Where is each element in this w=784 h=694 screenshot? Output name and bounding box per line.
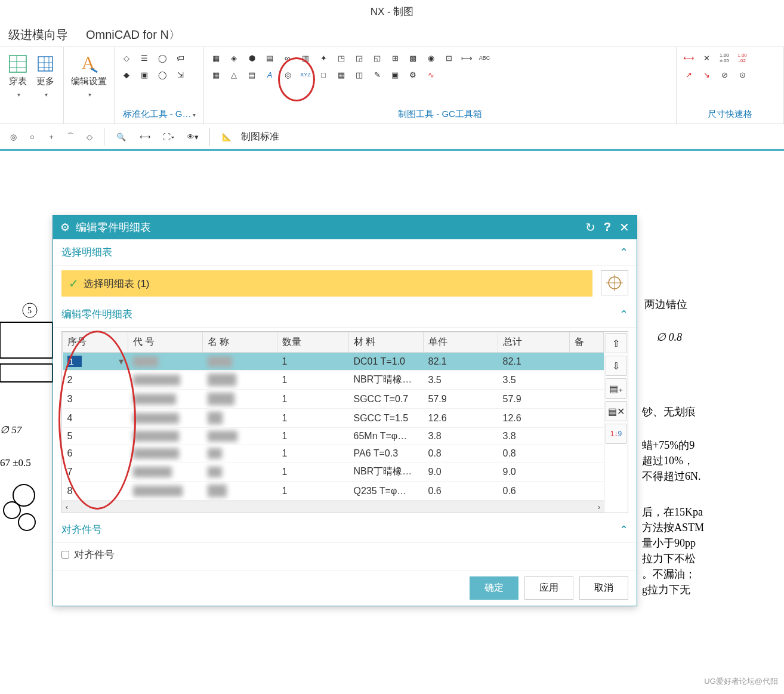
qat-expand[interactable]: ⛶▾ xyxy=(159,129,178,144)
cell-unit[interactable]: 57.9 xyxy=(424,390,498,409)
col-mat[interactable]: 材 料 xyxy=(349,332,424,353)
qat-circle-1[interactable]: ◎ xyxy=(6,129,20,144)
qat-zoom[interactable]: 🔍 xyxy=(112,129,131,144)
tool-n[interactable]: ⊡ xyxy=(442,51,456,65)
cell-tot[interactable]: 3.8 xyxy=(498,428,570,445)
cell-name[interactable]: 1… xyxy=(203,445,277,462)
cell-mat[interactable]: DC01 T=1.0 xyxy=(349,353,424,371)
x-icon[interactable]: ✕ xyxy=(699,51,714,65)
triangle-icon[interactable]: △ xyxy=(227,67,241,82)
section-edit-list[interactable]: 编辑零件明细表 ⌃ xyxy=(53,301,637,328)
cylinder-icon[interactable]: ◯ xyxy=(155,51,169,65)
menu-omnicad[interactable]: OmniCAD for N〉 xyxy=(86,27,181,43)
cell-mat[interactable]: NBR丁晴橡… xyxy=(349,462,424,482)
tol-icon-2[interactable]: 1.00-.02 xyxy=(735,51,749,65)
tool2-k[interactable]: ▣ xyxy=(388,67,402,82)
menu-progressive-die[interactable]: 级进模向导 xyxy=(8,27,68,43)
table-row[interactable]: 5501 …2-…1… (…165Mn T=φ…3.83.8 xyxy=(63,428,604,445)
tool2-i[interactable]: ◫ xyxy=(352,67,366,82)
cell-qty[interactable]: 1 xyxy=(277,482,349,501)
cell-tot[interactable]: 82.1 xyxy=(498,353,570,371)
qat-eye[interactable]: 👁▾ xyxy=(183,129,202,144)
cell-seq[interactable]: 8 xyxy=(63,482,128,501)
table-row[interactable]: 3501 … -…5 主…1SGCC T=0.757.957.9 xyxy=(63,390,604,409)
qat-arc[interactable]: ⌒ xyxy=(63,129,78,144)
cell-tot[interactable]: 9.0 xyxy=(498,462,570,482)
cell-qty[interactable]: 1 xyxy=(277,409,349,428)
tool2-h[interactable]: ▦ xyxy=(334,67,348,82)
seq-input[interactable] xyxy=(67,356,82,367)
btn-chuanbiao[interactable]: 穿表 xyxy=(6,52,30,100)
cell-tot[interactable]: 0.8 xyxy=(498,445,570,462)
parts-table[interactable]: 序号 代 号 名 称 数量 材 料 单件 总计 备 ▾500…… (…1DC01… xyxy=(62,332,604,501)
cell-code[interactable]: 501 …2-… xyxy=(128,428,203,445)
tool-icon-1[interactable]: ◇ xyxy=(119,51,134,65)
tool-f[interactable]: ▥ xyxy=(298,51,313,65)
cell-qty[interactable]: 1 xyxy=(277,390,349,409)
cell-name[interactable]: 1… (… xyxy=(203,428,277,445)
table-row[interactable]: 8500 .007-…回…1Q235 T=φ…0.60.6 xyxy=(63,482,604,501)
wave-icon[interactable]: ∿ xyxy=(424,67,438,82)
circle-slash-icon[interactable]: ⊘ xyxy=(717,67,731,82)
cell-mat[interactable]: PA6 T=0.3 xyxy=(349,445,424,462)
cell-code[interactable]: 500 .007-… xyxy=(128,482,203,501)
cell-name[interactable]: 1… xyxy=(203,462,277,482)
move-up-button[interactable]: ⇧ xyxy=(606,333,626,353)
cell-tot[interactable]: 3.5 xyxy=(498,371,570,390)
cell-code[interactable]: 501 …2-… xyxy=(128,409,203,428)
cell-qty[interactable]: 1 xyxy=(277,462,349,482)
col-code[interactable]: 代 号 xyxy=(128,332,203,353)
cell-seq[interactable]: 7 xyxy=(63,462,128,482)
align-checkbox[interactable] xyxy=(61,551,69,559)
btn-edit-settings[interactable]: A 编辑设置 xyxy=(70,52,108,100)
ok-button[interactable]: 确定 xyxy=(470,576,518,600)
col-note[interactable]: 备 xyxy=(570,332,604,353)
horizontal-scrollbar[interactable]: ‹› xyxy=(62,501,604,513)
cell-qty[interactable]: 1 xyxy=(277,445,349,462)
dim-icon-1[interactable]: ⟷ xyxy=(681,51,696,65)
tool2-c[interactable]: ▤ xyxy=(245,67,259,82)
close-icon[interactable]: ✕ xyxy=(619,220,629,235)
export-icon[interactable]: ⇲ xyxy=(173,67,187,82)
cell-unit[interactable]: 3.8 xyxy=(424,428,498,445)
cell-code[interactable]: 501 2 -… xyxy=(128,462,203,482)
tool-c[interactable]: ⬢ xyxy=(245,51,259,65)
selection-bar[interactable]: ✓ 选择明细表 (1) xyxy=(61,270,592,297)
col-qty[interactable]: 数量 xyxy=(277,332,349,353)
cell-mat[interactable]: SGCC T=0.7 xyxy=(349,390,424,409)
tool-icon-5[interactable]: ◆ xyxy=(119,67,134,82)
group-label-standardization[interactable]: 标准化工具 - G… xyxy=(118,107,200,121)
tool-h[interactable]: ◳ xyxy=(334,51,348,65)
cell-seq[interactable]: 4 xyxy=(63,409,128,428)
gear-icon[interactable]: ⚙ xyxy=(406,67,420,82)
tool-g[interactable]: ✦ xyxy=(316,51,331,65)
help-icon[interactable]: ? xyxy=(604,220,611,235)
qat-circle-2[interactable]: ○ xyxy=(25,129,39,144)
cell-qty[interactable]: 1 xyxy=(277,371,349,390)
cell-code[interactable]: 501 …7-… xyxy=(128,445,203,462)
col-tot[interactable]: 总计 xyxy=(498,332,570,353)
apply-button[interactable]: 应用 xyxy=(524,576,573,600)
cell-tot[interactable]: 57.9 xyxy=(498,390,570,409)
cancel-button[interactable]: 取消 xyxy=(579,576,628,600)
cell-mat[interactable]: SGCC T=1.5 xyxy=(349,409,424,428)
cell-qty[interactable]: 1 xyxy=(277,428,349,445)
tool-e[interactable]: ∞ xyxy=(280,51,295,65)
cell-mat[interactable]: 65Mn T=φ… xyxy=(349,428,424,445)
tool-abc[interactable]: ABC xyxy=(477,51,492,65)
cell-mat[interactable]: Q235 T=φ… xyxy=(349,482,424,501)
cell-unit[interactable]: 9.0 xyxy=(424,462,498,482)
table-row[interactable]: 6501 …7-…1…1PA6 T=0.30.80.8 xyxy=(63,445,604,462)
layers-icon[interactable]: ☰ xyxy=(137,51,152,65)
tool2-a[interactable]: ▦ xyxy=(209,67,223,82)
cell-code[interactable]: 501 … -… xyxy=(128,390,203,409)
cell-mat[interactable]: NBR丁晴橡… xyxy=(349,371,424,390)
cell-unit[interactable]: 82.1 xyxy=(424,353,498,371)
section-select-list[interactable]: 选择明细表 ⌃ xyxy=(53,239,637,266)
refresh-icon[interactable]: ↻ xyxy=(585,220,595,235)
cell-unit[interactable]: 12.6 xyxy=(424,409,498,428)
qat-fit[interactable]: ⟷ xyxy=(135,129,155,144)
tool-a[interactable]: ▦ xyxy=(209,51,223,65)
delete-row-button[interactable]: ▤✕ xyxy=(606,401,626,421)
cell-note[interactable] xyxy=(570,445,604,462)
